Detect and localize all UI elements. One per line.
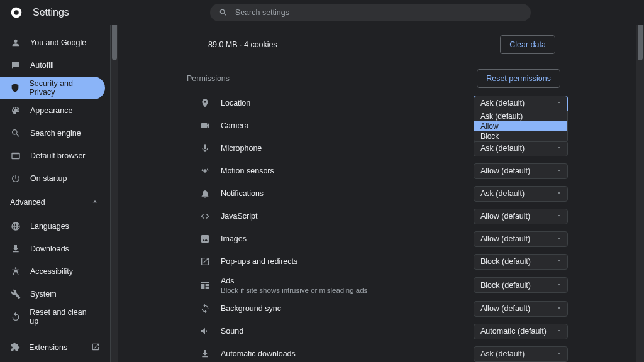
search-input[interactable]: Search settings	[210, 4, 531, 21]
sidebar-divider	[0, 332, 110, 332]
permission-select[interactable]: Allow (default)	[474, 209, 568, 224]
permission-select-value: Block (default)	[480, 257, 531, 266]
permission-select-value: Allow (default)	[480, 167, 530, 175]
permission-select-value: Block (default)	[480, 281, 531, 290]
permission-label: Notifications	[221, 189, 264, 198]
accessibility-icon	[10, 266, 21, 277]
permission-select-value: Automatic (default)	[480, 327, 547, 336]
caret-down-icon	[556, 257, 562, 266]
location-icon	[199, 97, 211, 109]
permission-select[interactable]: Ask (default)	[474, 186, 568, 202]
permission-select[interactable]: Ask (default)	[474, 96, 568, 111]
sidebar-advanced-label: Advanced	[10, 198, 45, 207]
permission-label: Ads	[221, 277, 367, 285]
permission-select-value: Ask (default)	[480, 349, 525, 358]
clear-data-button[interactable]: Clear data	[500, 35, 555, 54]
sidebar-item-accessibility[interactable]: Accessibility	[0, 260, 105, 283]
permission-select[interactable]: Block (default)	[474, 277, 568, 293]
permission-row: NotificationsAsk (default)	[187, 182, 568, 205]
background-sync-icon	[199, 303, 211, 314]
dropdown-option[interactable]: Block	[474, 131, 567, 141]
permission-select[interactable]: Allow (default)	[474, 301, 568, 317]
caret-down-icon	[556, 281, 562, 290]
sidebar-item-reset[interactable]: Reset and clean up	[0, 305, 105, 328]
sidebar-item-label: Appearance	[30, 106, 72, 115]
sidebar-item-label: Reset and clean up	[30, 308, 95, 326]
dropdown-option[interactable]: Allow	[474, 121, 567, 131]
search-placeholder: Search settings	[235, 8, 289, 17]
javascript-icon	[199, 211, 211, 222]
sidebar-item-you-and-google[interactable]: You and Google	[0, 31, 105, 54]
permission-row: SoundAutomatic (default)	[187, 320, 568, 343]
sidebar-item-search-engine[interactable]: Search engine	[0, 122, 105, 145]
sidebar-item-label: Accessibility	[30, 267, 73, 276]
sidebar-item-appearance[interactable]: Appearance	[0, 99, 105, 122]
automatic-downloads-icon	[199, 348, 211, 359]
autofill-icon	[10, 60, 21, 71]
sidebar-item-autofill[interactable]: Autofill	[0, 54, 105, 77]
power-icon	[10, 173, 21, 184]
permission-row: Pop-ups and redirectsBlock (default)	[187, 250, 568, 273]
sidebar-item-label: Downloads	[30, 244, 69, 253]
caret-down-icon	[556, 327, 562, 336]
sidebar-item-label: On startup	[30, 174, 67, 183]
sidebar-advanced-toggle[interactable]: Advanced	[0, 190, 110, 215]
permission-label: Microphone	[221, 144, 262, 153]
usage-row: 89.0 MB · 4 cookies Clear data	[187, 25, 568, 65]
sidebar-item-security[interactable]: Security and Privacy	[0, 77, 105, 99]
permission-select[interactable]: Block (default)	[474, 254, 568, 270]
images-icon	[199, 233, 211, 244]
restore-icon	[10, 311, 21, 322]
camera-icon	[199, 120, 211, 131]
permission-select-value: Allow (default)	[480, 234, 530, 243]
permission-label: JavaScript	[221, 212, 257, 221]
permission-label: Images	[221, 234, 247, 243]
palette-icon	[10, 105, 21, 116]
caret-down-icon	[556, 304, 562, 313]
sidebar-item-label: System	[30, 290, 57, 299]
open-in-new-icon	[91, 343, 100, 353]
usage-text: 89.0 MB · 4 cookies	[208, 40, 277, 49]
sidebar-item-downloads[interactable]: Downloads	[0, 238, 105, 260]
permission-select[interactable]: Automatic (default)	[474, 324, 568, 339]
permission-select-value: Ask (default)	[480, 189, 525, 198]
permission-row: LocationAsk (default)Ask (default)AllowB…	[187, 92, 568, 114]
permissions-header: Permissions Reset permissions	[187, 65, 568, 92]
permission-dropdown[interactable]: Ask (default)AllowBlock	[474, 111, 568, 142]
sidebar-item-extensions[interactable]: Extensions	[0, 336, 110, 359]
sidebar-item-on-startup[interactable]: On startup	[0, 167, 105, 190]
dropdown-option[interactable]: Ask (default)	[474, 111, 567, 121]
sidebar-item-label: Languages	[30, 222, 69, 231]
permission-row: Motion sensorsAllow (default)	[187, 160, 568, 182]
chrome-logo-icon	[10, 6, 23, 19]
caret-down-icon	[556, 189, 562, 198]
browser-icon	[10, 150, 21, 162]
top-bar: Settings Search settings	[0, 0, 644, 25]
reset-permissions-button[interactable]: Reset permissions	[477, 69, 560, 88]
shield-icon	[10, 82, 21, 94]
person-icon	[10, 37, 21, 48]
sidebar-item-label: You and Google	[30, 38, 86, 47]
main-area: 89.0 MB · 4 cookies Clear data Permissio…	[111, 25, 644, 362]
sidebar-item-default-browser[interactable]: Default browser	[0, 145, 105, 167]
sidebar-item-system[interactable]: System	[0, 283, 105, 305]
sidebar-extensions-label: Extensions	[29, 343, 67, 352]
caret-down-icon	[556, 99, 562, 107]
sidebar-item-languages[interactable]: Languages	[0, 215, 105, 238]
permission-label: Location	[221, 99, 250, 107]
permission-select[interactable]: Allow (default)	[474, 231, 568, 247]
permission-row: JavaScriptAllow (default)	[187, 205, 568, 228]
sidebar-item-label: Security and Privacy	[30, 79, 95, 97]
permission-select[interactable]: Ask (default)	[474, 346, 568, 362]
notifications-icon	[199, 188, 211, 199]
caret-down-icon	[556, 144, 562, 153]
app-title: Settings	[33, 7, 69, 18]
permission-row: AdsBlock if site shows intrusive or misl…	[187, 273, 568, 297]
sidebar-item-label: Autofill	[30, 61, 54, 70]
permission-label: Automatic downloads	[221, 349, 296, 358]
sidebar: You and Google Autofill Security and Pri…	[0, 25, 111, 362]
permission-select[interactable]: Ask (default)	[474, 141, 568, 156]
permission-row: ImagesAllow (default)	[187, 228, 568, 250]
permission-select[interactable]: Allow (default)	[474, 163, 568, 179]
permission-select-value: Ask (default)	[480, 144, 525, 153]
